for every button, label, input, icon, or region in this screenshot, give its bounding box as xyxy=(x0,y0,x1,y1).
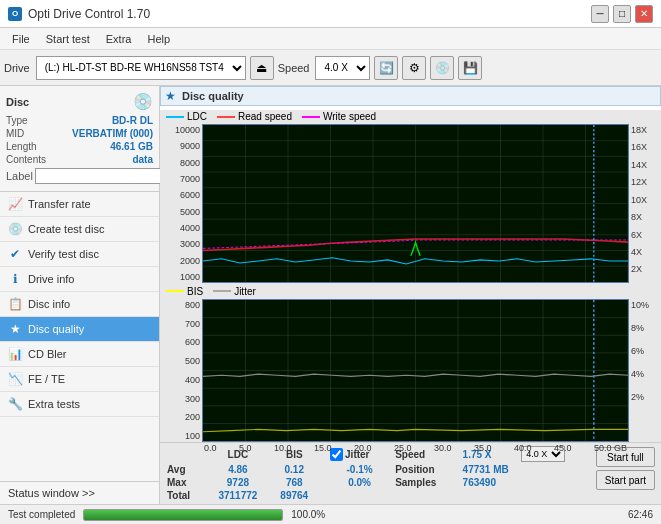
stats-table-container: LDC BIS Jitter Speed 1.75 X xyxy=(164,445,590,502)
disc-info-label: Disc info xyxy=(28,298,70,310)
y-label-300: 300 xyxy=(164,394,200,404)
menu-file[interactable]: File xyxy=(4,31,38,47)
save-button[interactable]: 💾 xyxy=(458,56,482,80)
lower-x-axis: 0.05.010.015.020.025.030.035.040.045.050… xyxy=(204,443,627,453)
sidebar-item-fe-te[interactable]: 📉 FE / TE xyxy=(0,367,159,392)
label-input[interactable] xyxy=(35,168,168,184)
lower-chart-svg xyxy=(203,300,628,441)
extra-tests-icon: 🔧 xyxy=(8,397,22,411)
minimize-button[interactable]: ─ xyxy=(591,5,609,23)
disc-header: Disc 💿 xyxy=(6,92,153,111)
disc-button[interactable]: 💿 xyxy=(430,56,454,80)
upper-chart xyxy=(202,124,629,283)
progress-bar-container xyxy=(83,509,283,521)
menu-help[interactable]: Help xyxy=(139,31,178,47)
disc-label-row: Label ✏ xyxy=(6,167,153,185)
stats-max-row: Max 9728 768 0.0% Samples 763490 xyxy=(164,476,590,489)
disc-quality-panel-icon: ★ xyxy=(165,89,176,103)
content-area: ★ Disc quality LDC Read speed xyxy=(160,86,661,504)
drive-label: Drive xyxy=(4,62,30,74)
disc-quality-label: Disc quality xyxy=(28,323,84,335)
app-icon: O xyxy=(8,7,22,21)
title-bar-left: O Opti Drive Control 1.70 xyxy=(8,7,150,21)
settings-button[interactable]: ⚙ xyxy=(402,56,426,80)
total-label: Total xyxy=(164,489,206,502)
maximize-button[interactable]: □ xyxy=(613,5,631,23)
transfer-rate-label: Transfer rate xyxy=(28,198,91,210)
disc-panel: Disc 💿 Type BD-R DL MID VERBATIMf (000) … xyxy=(0,86,159,192)
sidebar-item-extra-tests[interactable]: 🔧 Extra tests xyxy=(0,392,159,417)
progress-percent: 100.0% xyxy=(291,509,325,520)
read-speed-legend-color xyxy=(217,116,235,118)
right-y-12x: 12X xyxy=(631,177,657,187)
fe-te-icon: 📉 xyxy=(8,372,22,386)
jitter-legend-color xyxy=(213,290,231,292)
max-bis: 768 xyxy=(270,476,318,489)
sidebar-item-transfer-rate[interactable]: 📈 Transfer rate xyxy=(0,192,159,217)
start-part-button[interactable]: Start part xyxy=(596,470,655,490)
y-label-600: 600 xyxy=(164,337,200,347)
create-test-disc-label: Create test disc xyxy=(28,223,104,235)
sidebar-item-drive-info[interactable]: ℹ Drive info xyxy=(0,267,159,292)
right-y-4pct: 4% xyxy=(631,369,657,379)
lower-y-axis-right: 10% 8% 6% 4% 2% xyxy=(629,299,657,442)
right-y-2x: 2X xyxy=(631,264,657,274)
lower-chart xyxy=(202,299,629,442)
total-bis: 89764 xyxy=(270,489,318,502)
y-label-200: 200 xyxy=(164,412,200,422)
mid-label: MID xyxy=(6,128,24,139)
stats-avg-row: Avg 4.86 0.12 -0.1% Position 47731 MB xyxy=(164,463,590,476)
refresh-button[interactable]: 🔄 xyxy=(374,56,398,80)
right-y-18x: 18X xyxy=(631,125,657,135)
drive-info-label: Drive info xyxy=(28,273,74,285)
upper-y-axis-left: 10000 9000 8000 7000 6000 5000 4000 3000… xyxy=(164,124,202,283)
sidebar-item-cd-bler[interactable]: 📊 CD Bler xyxy=(0,342,159,367)
sidebar-item-create-test-disc[interactable]: 💿 Create test disc xyxy=(0,217,159,242)
write-speed-legend: Write speed xyxy=(302,111,376,122)
ldc-legend-color xyxy=(166,116,184,118)
avg-jitter: -0.1% xyxy=(327,463,392,476)
disc-mid-row: MID VERBATIMf (000) xyxy=(6,128,153,139)
position-label: Position xyxy=(392,463,459,476)
close-button[interactable]: ✕ xyxy=(635,5,653,23)
status-bar: Test completed 100.0% 62:46 xyxy=(0,504,661,524)
right-y-2pct: 2% xyxy=(631,392,657,402)
extra-tests-label: Extra tests xyxy=(28,398,80,410)
spacer3 xyxy=(318,489,589,502)
fe-te-label: FE / TE xyxy=(28,373,65,385)
drive-select[interactable]: (L:) HL-DT-ST BD-RE WH16NS58 TST4 xyxy=(36,56,246,80)
menu-start-test[interactable]: Start test xyxy=(38,31,98,47)
right-y-8pct: 8% xyxy=(631,323,657,333)
sidebar: Disc 💿 Type BD-R DL MID VERBATIMf (000) … xyxy=(0,86,160,504)
right-y-6pct: 6% xyxy=(631,346,657,356)
col-empty xyxy=(164,445,206,463)
contents-value: data xyxy=(132,154,153,165)
write-speed-legend-label: Write speed xyxy=(323,111,376,122)
title-bar: O Opti Drive Control 1.70 ─ □ ✕ xyxy=(0,0,661,28)
y-label-8000: 8000 xyxy=(164,158,200,168)
status-window-button[interactable]: Status window >> xyxy=(0,481,159,504)
sidebar-item-disc-quality[interactable]: ★ Disc quality xyxy=(0,317,159,342)
disc-section-title: Disc xyxy=(6,96,29,108)
sidebar-item-disc-info[interactable]: 📋 Disc info xyxy=(0,292,159,317)
lower-legend: BIS Jitter xyxy=(164,285,657,298)
length-label: Length xyxy=(6,141,37,152)
right-y-10pct: 10% xyxy=(631,300,657,310)
nav-items: 📈 Transfer rate 💿 Create test disc ✔ Ver… xyxy=(0,192,159,481)
y-label-700: 700 xyxy=(164,319,200,329)
speed-select[interactable]: 4.0 X xyxy=(315,56,370,80)
right-y-16x: 16X xyxy=(631,142,657,152)
sidebar-item-verify-test-disc[interactable]: ✔ Verify test disc xyxy=(0,242,159,267)
status-window-label: Status window >> xyxy=(8,487,95,499)
y-label-500: 500 xyxy=(164,356,200,366)
eject-button[interactable]: ⏏ xyxy=(250,56,274,80)
right-y-14x: 14X xyxy=(631,160,657,170)
jitter-legend-label: Jitter xyxy=(234,286,256,297)
drive-info-icon: ℹ xyxy=(8,272,22,286)
y-label-4000: 4000 xyxy=(164,223,200,233)
elapsed-time: 62:46 xyxy=(628,509,653,520)
y-label-5000: 5000 xyxy=(164,207,200,217)
avg-ldc: 4.86 xyxy=(206,463,270,476)
menu-extra[interactable]: Extra xyxy=(98,31,140,47)
spacer xyxy=(318,463,327,476)
